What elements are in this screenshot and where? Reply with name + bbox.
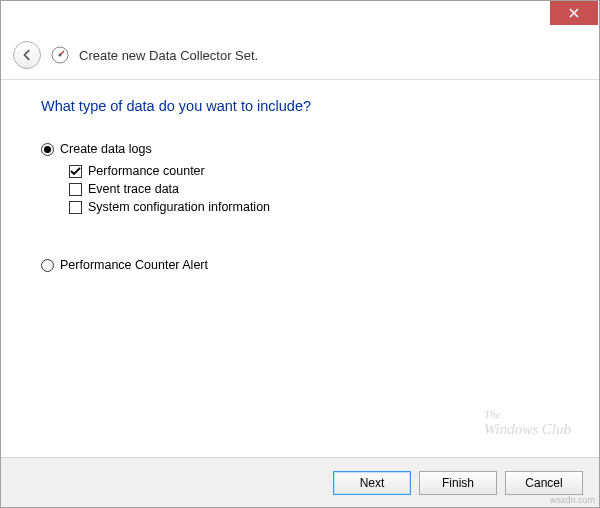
svg-point-1	[59, 54, 62, 57]
radio-create-data-logs[interactable]: Create data logs	[41, 142, 559, 156]
close-button[interactable]	[550, 1, 598, 25]
cancel-button[interactable]: Cancel	[505, 471, 583, 495]
finish-button[interactable]: Finish	[419, 471, 497, 495]
watermark-line1: The	[484, 408, 571, 420]
close-icon	[569, 8, 579, 18]
checkbox-icon	[69, 183, 82, 196]
wizard-content: What type of data do you want to include…	[1, 80, 599, 272]
watermark: The Windows Club	[484, 408, 571, 437]
watermark-line2: Windows Club	[484, 421, 571, 438]
checkbox-icon	[69, 165, 82, 178]
wizard-header: Create new Data Collector Set.	[1, 31, 599, 79]
button-bar: Next Finish Cancel	[1, 457, 599, 507]
next-button[interactable]: Next	[333, 471, 411, 495]
checkbox-system-configuration[interactable]: System configuration information	[69, 200, 559, 214]
back-arrow-icon	[20, 48, 34, 62]
radio-label: Performance Counter Alert	[60, 258, 208, 272]
checkbox-label: Performance counter	[88, 164, 205, 178]
checkbox-event-trace-data[interactable]: Event trace data	[69, 182, 559, 196]
radio-label: Create data logs	[60, 142, 152, 156]
title-bar	[1, 1, 599, 31]
checkbox-label: System configuration information	[88, 200, 270, 214]
wizard-title: Create new Data Collector Set.	[79, 48, 258, 63]
radio-icon	[41, 259, 54, 272]
radio-icon	[41, 143, 54, 156]
checkbox-performance-counter[interactable]: Performance counter	[69, 164, 559, 178]
app-icon	[51, 46, 69, 64]
back-button[interactable]	[13, 41, 41, 69]
wizard-question: What type of data do you want to include…	[41, 98, 559, 114]
radio-performance-counter-alert[interactable]: Performance Counter Alert	[41, 258, 559, 272]
checkbox-label: Event trace data	[88, 182, 179, 196]
checkbox-icon	[69, 201, 82, 214]
